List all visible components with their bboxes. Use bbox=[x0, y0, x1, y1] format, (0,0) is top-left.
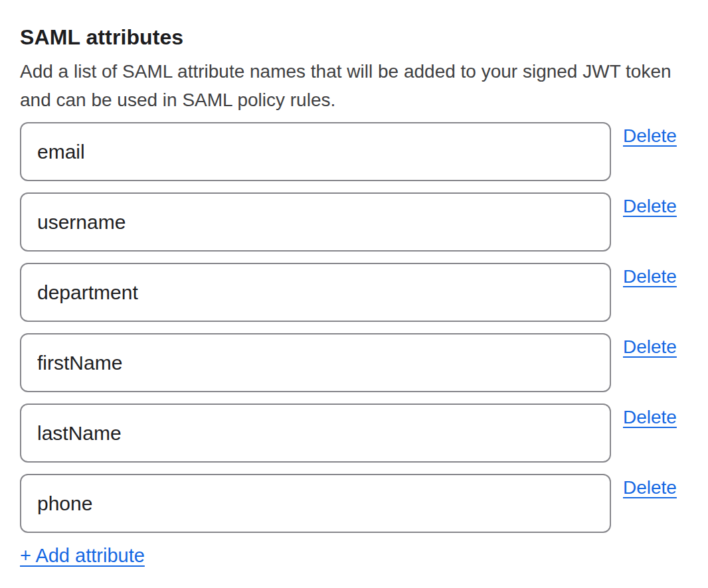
attribute-name-input[interactable] bbox=[20, 122, 611, 181]
delete-attribute-link[interactable]: Delete bbox=[623, 265, 677, 288]
attribute-row: Delete bbox=[20, 192, 688, 252]
attribute-name-input[interactable] bbox=[20, 263, 611, 322]
attribute-name-input[interactable] bbox=[20, 474, 611, 533]
section-description: Add a list of SAML attribute names that … bbox=[20, 57, 687, 114]
attribute-row: Delete bbox=[20, 263, 688, 322]
attribute-name-input[interactable] bbox=[20, 192, 611, 252]
attribute-name-input[interactable] bbox=[20, 404, 611, 463]
attribute-row: Delete bbox=[20, 474, 688, 533]
attribute-row: Delete bbox=[20, 122, 688, 181]
delete-attribute-link[interactable]: Delete bbox=[623, 406, 677, 429]
delete-attribute-link[interactable]: Delete bbox=[623, 195, 677, 218]
section-title: SAML attributes bbox=[20, 24, 688, 50]
delete-attribute-link[interactable]: Delete bbox=[623, 125, 677, 147]
add-attribute-row: + Add attribute bbox=[20, 544, 688, 567]
saml-attributes-section: SAML attributes Add a list of SAML attri… bbox=[0, 0, 708, 588]
delete-attribute-link[interactable]: Delete bbox=[623, 336, 677, 358]
attribute-row: Delete bbox=[20, 404, 688, 463]
attribute-list: Delete Delete Delete Delete Delete Delet… bbox=[20, 122, 688, 533]
attribute-name-input[interactable] bbox=[20, 333, 611, 392]
add-attribute-link[interactable]: + Add attribute bbox=[20, 544, 145, 567]
delete-attribute-link[interactable]: Delete bbox=[623, 477, 677, 499]
attribute-row: Delete bbox=[20, 333, 688, 392]
